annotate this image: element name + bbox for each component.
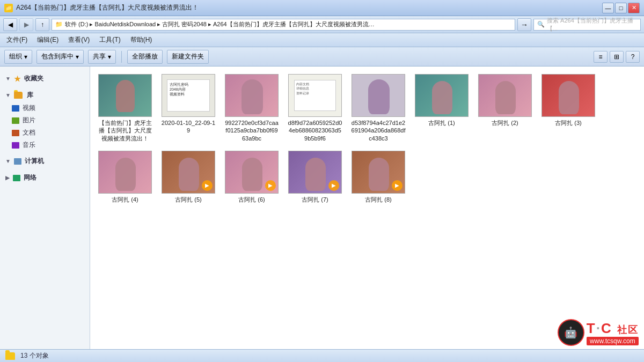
address-path: 软件 (D:) ▸ BaiduNetdiskDownload ▸ 古阿扎 密码2…	[65, 20, 376, 28]
file-name-5: 古阿扎 (1)	[428, 119, 455, 127]
file-item-0[interactable]: 【当前热门】虎牙主播【古阿扎】大尺度视频被渣男流出！	[96, 72, 155, 144]
file-item-11[interactable]: ▶古阿扎 (7)	[286, 149, 345, 205]
library-label: 库	[27, 91, 33, 100]
toolbar-separator	[121, 51, 122, 63]
file-item-10[interactable]: ▶古阿扎 (6)	[222, 149, 281, 205]
window-title: A264【当前热门】虎牙主播【古阿扎】大尺度视频被渣男流出！	[16, 3, 199, 12]
maximize-button[interactable]: □	[615, 3, 627, 13]
sidebar-section-network: ▶ 网络	[0, 171, 90, 184]
file-thumb-2	[225, 74, 279, 117]
go-button[interactable]: →	[517, 18, 531, 31]
file-thumb-10: ▶	[225, 151, 279, 194]
favorites-label: 收藏夹	[24, 74, 43, 83]
network-label: 网络	[24, 173, 36, 182]
file-name-2: 9922720e0cf3d7caaf0125a9cba7bb0f6963a9bc	[224, 119, 279, 142]
menu-tools[interactable]: 工具(T)	[97, 34, 122, 46]
view-toggle-button[interactable]: ≡	[594, 51, 608, 63]
sidebar-section-library: ▼ 库 视频 图片 文档 音乐	[0, 88, 90, 151]
wm-mascot-icon: 🤖	[558, 319, 584, 346]
file-item-4[interactable]: d53f8794a4c27d1e2691904a206da868dfc438c3	[349, 72, 408, 144]
file-item-7[interactable]: 古阿扎 (3)	[539, 72, 598, 144]
file-name-9: 古阿扎 (5)	[175, 196, 202, 203]
file-item-5[interactable]: 古阿扎 (1)	[412, 72, 471, 144]
content-area: 【当前热门】虎牙主播【古阿扎】大尺度视频被渣男流出！古阿扎密码2048内容视频资…	[90, 67, 644, 349]
file-name-0: 【当前热门】虎牙主播【古阿扎】大尺度视频被渣男流出！	[98, 119, 152, 142]
share-button[interactable]: 共享 ▾	[88, 50, 116, 64]
file-item-3[interactable]: 内容文档详细信息资料记录d8f9d72a6059252d04eb68860823…	[286, 72, 345, 144]
organize-button[interactable]: 组织 ▾	[4, 50, 32, 64]
sidebar-header-computer[interactable]: ▼ 计算机	[0, 154, 90, 168]
file-name-8: 古阿扎 (4)	[112, 196, 138, 203]
file-thumb-4	[352, 74, 405, 117]
file-thumb-8	[98, 151, 152, 194]
file-name-4: d53f8794a4c27d1e2691904a206da868dfc438c3	[351, 119, 406, 142]
status-folder-icon	[5, 352, 15, 360]
up-button[interactable]: ↑	[35, 18, 49, 31]
sidebar-item-documents[interactable]: 文档	[0, 127, 90, 139]
play-all-button[interactable]: 全部播放	[127, 50, 163, 64]
minimize-button[interactable]: —	[602, 3, 614, 13]
wm-logo: T·C 社区	[587, 320, 639, 337]
file-name-3: d8f9d72a6059252d04eb68860823063d59b5b9f6	[288, 119, 342, 142]
file-name-10: 古阿扎 (6)	[238, 196, 265, 203]
computer-icon	[14, 158, 21, 165]
sidebar-item-music[interactable]: 音乐	[0, 139, 90, 151]
address-input[interactable]: 📁 软件 (D:) ▸ BaiduNetdiskDownload ▸ 古阿扎 密…	[52, 19, 515, 31]
view-grid-button[interactable]: ⊞	[610, 51, 624, 63]
play-icon-9: ▶	[202, 180, 213, 191]
sidebar-header-network[interactable]: ▶ 网络	[0, 171, 90, 184]
include-library-label: 包含到库中	[41, 52, 74, 61]
close-button[interactable]: ✕	[628, 3, 640, 13]
menu-view[interactable]: 查看(V)	[66, 34, 92, 46]
file-item-6[interactable]: 古阿扎 (2)	[475, 72, 535, 144]
file-item-9[interactable]: ▶古阿扎 (5)	[159, 149, 218, 205]
include-library-button[interactable]: 包含到库中 ▾	[36, 50, 84, 64]
file-item-1[interactable]: 古阿扎密码2048内容视频资料2020-01-10_22-09-19	[159, 72, 218, 144]
images-icon	[12, 117, 19, 124]
share-label: 共享	[93, 52, 106, 61]
file-thumb-9: ▶	[162, 151, 215, 194]
sidebar-item-video[interactable]: 视频	[0, 102, 90, 114]
documents-label: 文档	[23, 128, 35, 137]
favorites-arrow: ▼	[5, 76, 11, 82]
file-item-12[interactable]: ▶古阿扎 (8)	[349, 149, 408, 205]
menu-file[interactable]: 文件(F)	[4, 34, 30, 46]
back-button[interactable]: ◀	[3, 18, 17, 31]
menu-help[interactable]: 帮助(H)	[128, 34, 155, 46]
help-icon-button[interactable]: ?	[626, 51, 640, 63]
music-label: 音乐	[23, 141, 35, 150]
file-thumb-1: 古阿扎密码2048内容视频资料	[162, 74, 215, 117]
file-item-2[interactable]: 9922720e0cf3d7caaf0125a9cba7bb0f6963a9bc	[222, 72, 281, 144]
file-thumb-7	[541, 74, 595, 117]
search-input[interactable]: 🔍 搜索 A264【当前热门】虎牙主播【...	[533, 19, 641, 31]
play-icon-10: ▶	[265, 180, 276, 191]
documents-icon	[12, 130, 19, 136]
file-grid: 【当前热门】虎牙主播【古阿扎】大尺度视频被渣男流出！古阿扎密码2048内容视频资…	[96, 72, 639, 205]
sidebar-header-library[interactable]: ▼ 库	[0, 88, 90, 102]
new-folder-button[interactable]: 新建文件夹	[167, 50, 209, 64]
title-bar-left: 📁 A264【当前热门】虎牙主播【古阿扎】大尺度视频被渣男流出！	[4, 3, 199, 12]
network-arrow: ▶	[5, 175, 10, 181]
sidebar-item-images[interactable]: 图片	[0, 114, 90, 127]
wm-url: www.tcsqw.com	[587, 337, 639, 345]
window-icon: 📁	[4, 4, 13, 12]
file-name-12: 古阿扎 (8)	[365, 196, 392, 203]
computer-arrow: ▼	[5, 158, 11, 164]
forward-button[interactable]: ▶	[19, 18, 33, 31]
file-name-1: 2020-01-10_22-09-19	[161, 119, 216, 135]
library-folder-icon	[14, 92, 23, 99]
file-thumb-3: 内容文档详细信息资料记录	[288, 74, 342, 117]
file-thumb-12: ▶	[352, 151, 405, 194]
watermark: 🤖 T·C 社区 www.tcsqw.com	[558, 319, 639, 346]
network-icon	[13, 175, 20, 181]
music-icon	[12, 142, 19, 149]
play-icon-12: ▶	[392, 180, 402, 191]
status-count: 13 个对象	[20, 351, 49, 360]
menu-edit[interactable]: 编辑(E)	[35, 34, 61, 46]
address-bar: ◀ ▶ ↑ 📁 软件 (D:) ▸ BaiduNetdiskDownload ▸…	[0, 16, 644, 33]
file-item-8[interactable]: 古阿扎 (4)	[96, 149, 155, 205]
sidebar-section-computer: ▼ 计算机	[0, 154, 90, 168]
file-name-6: 古阿扎 (2)	[492, 119, 518, 127]
sidebar-header-favorites[interactable]: ▼ ★ 收藏夹	[0, 72, 90, 85]
search-placeholder: 搜索 A264【当前热门】虎牙主播【...	[547, 17, 637, 33]
